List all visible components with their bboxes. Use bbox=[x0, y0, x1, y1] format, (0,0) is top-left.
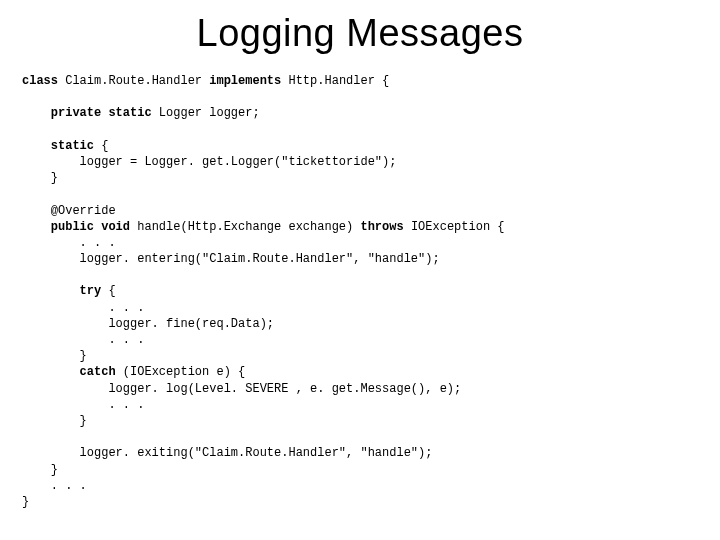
kw-static: static bbox=[51, 139, 94, 153]
code-line: logger = Logger. get.Logger("tickettorid… bbox=[22, 155, 396, 169]
code-line: . . . bbox=[22, 333, 144, 347]
code-indent bbox=[22, 106, 51, 120]
kw-try: try bbox=[80, 284, 102, 298]
code-line: } bbox=[22, 349, 87, 363]
code-text: IOException { bbox=[404, 220, 505, 234]
code-line: @Override bbox=[22, 204, 116, 218]
kw-catch: catch bbox=[80, 365, 116, 379]
code-line: . . . bbox=[22, 301, 144, 315]
kw-public-void: public void bbox=[51, 220, 130, 234]
code-line: logger. log(Level. SEVERE , e. get.Messa… bbox=[22, 382, 461, 396]
code-line: } bbox=[22, 414, 87, 428]
kw-throws: throws bbox=[360, 220, 403, 234]
code-block: class Claim.Route.Handler implements Htt… bbox=[22, 73, 720, 510]
code-line: } bbox=[22, 495, 29, 509]
code-line: . . . bbox=[22, 398, 144, 412]
code-line: logger. entering("Claim.Route.Handler", … bbox=[22, 252, 440, 266]
code-line: logger. fine(req.Data); bbox=[22, 317, 274, 331]
code-text: Logger logger; bbox=[152, 106, 260, 120]
kw-class: class bbox=[22, 74, 58, 88]
code-text: { bbox=[94, 139, 108, 153]
slide-title: Logging Messages bbox=[0, 12, 720, 55]
code-indent bbox=[22, 365, 80, 379]
code-line: logger. exiting("Claim.Route.Handler", "… bbox=[22, 446, 432, 460]
code-line: } bbox=[22, 463, 58, 477]
code-text: { bbox=[101, 284, 115, 298]
slide: Logging Messages class Claim.Route.Handl… bbox=[0, 12, 720, 540]
kw-private-static: private static bbox=[51, 106, 152, 120]
code-text: Claim.Route.Handler bbox=[58, 74, 209, 88]
code-line: . . . bbox=[22, 479, 87, 493]
code-text: handle(Http.Exchange exchange) bbox=[130, 220, 360, 234]
code-line: . . . bbox=[22, 236, 116, 250]
code-indent bbox=[22, 220, 51, 234]
code-text: (IOException e) { bbox=[116, 365, 246, 379]
code-text: Http.Handler { bbox=[281, 74, 389, 88]
code-indent bbox=[22, 284, 80, 298]
code-indent bbox=[22, 139, 51, 153]
kw-implements: implements bbox=[209, 74, 281, 88]
code-line: } bbox=[22, 171, 58, 185]
